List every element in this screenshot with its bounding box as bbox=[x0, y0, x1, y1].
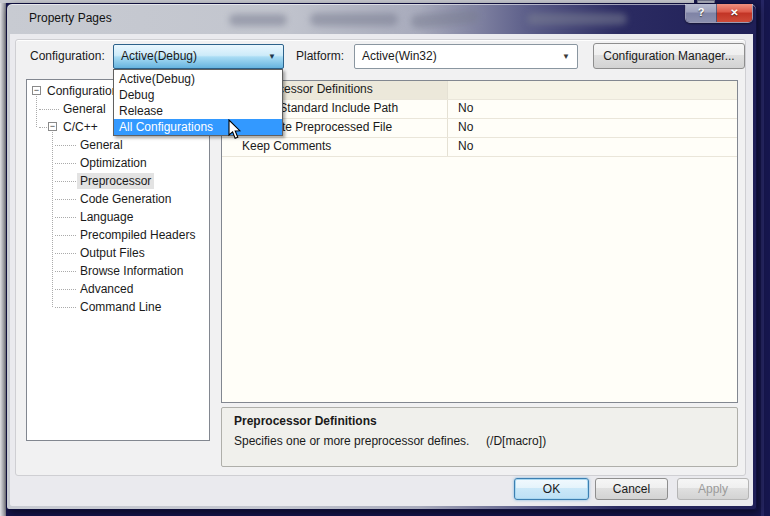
tree-connector-line bbox=[55, 181, 76, 182]
tree-connector-line bbox=[55, 163, 76, 164]
tree-connector-line bbox=[55, 235, 76, 236]
redacted-text-blur bbox=[310, 13, 398, 26]
tree-item-label: Browse Information bbox=[77, 263, 186, 279]
tree-connector-line bbox=[55, 289, 76, 290]
tree-item-label: Precompiled Headers bbox=[77, 227, 198, 243]
mouse-cursor bbox=[228, 119, 243, 144]
tree-connector-line bbox=[55, 217, 76, 218]
tree-connector-line bbox=[55, 271, 76, 272]
description-body: Specifies one or more preprocessor defin… bbox=[234, 434, 546, 448]
tree-item-label: Language bbox=[77, 209, 136, 225]
dropdown-item-active-debug[interactable]: Active(Debug) bbox=[114, 71, 282, 87]
tree-item-label: Output Files bbox=[77, 245, 148, 261]
close-button[interactable]: ✕ bbox=[717, 4, 752, 22]
dropdown-item-all-configurations[interactable]: All Configurations bbox=[114, 119, 282, 135]
tree-connector-line bbox=[39, 127, 47, 128]
tree-collapse-icon[interactable]: − bbox=[48, 122, 57, 131]
help-button[interactable]: ? bbox=[686, 4, 717, 22]
tree-connector-line bbox=[55, 199, 76, 200]
dropdown-item-debug[interactable]: Debug bbox=[114, 87, 282, 103]
tree-item-label: Preprocessor bbox=[77, 173, 154, 189]
property-row-keep-comments[interactable]: Keep Comments No bbox=[222, 138, 737, 157]
chevron-down-icon: ▼ bbox=[562, 45, 570, 68]
tree-item-preprocessor[interactable]: Preprocessor bbox=[29, 172, 207, 190]
tree-item-precompiled-headers[interactable]: Precompiled Headers bbox=[29, 226, 207, 244]
tree-item-language[interactable]: Language bbox=[29, 208, 207, 226]
property-value[interactable]: No bbox=[448, 119, 737, 137]
property-row-preprocessor-definitions[interactable]: Preprocessor Definitions bbox=[222, 81, 737, 100]
dropdown-item-release[interactable]: Release bbox=[114, 103, 282, 119]
property-row-ignore-standard-include-path[interactable]: Ignore Standard Include Path No bbox=[222, 100, 737, 119]
tree-collapse-icon[interactable]: − bbox=[32, 86, 41, 95]
tree-item-label: General bbox=[60, 101, 109, 117]
redacted-text-blur bbox=[229, 14, 287, 26]
apply-button-label: Apply bbox=[698, 482, 728, 496]
tree-connector-line bbox=[55, 307, 76, 308]
chevron-down-icon: ▼ bbox=[268, 45, 276, 68]
tree-item-label: Optimization bbox=[77, 155, 150, 171]
property-grid: Preprocessor Definitions Ignore Standard… bbox=[221, 80, 738, 403]
title-bar[interactable]: Property Pages ? ✕ bbox=[7, 4, 756, 34]
close-icon: ✕ bbox=[730, 7, 738, 18]
window-title: Property Pages bbox=[29, 4, 112, 33]
tree-item-browse-information[interactable]: Browse Information bbox=[29, 262, 207, 280]
help-icon: ? bbox=[698, 6, 705, 18]
platform-label: Platform: bbox=[296, 44, 344, 69]
tree-item-output-files[interactable]: Output Files bbox=[29, 244, 207, 262]
window-controls: ? ✕ bbox=[685, 4, 753, 23]
tree-item-label: Code Generation bbox=[77, 191, 174, 207]
tree-item-label: General bbox=[77, 137, 126, 153]
cancel-button-label: Cancel bbox=[613, 482, 650, 496]
tree-item-optimization[interactable]: Optimization bbox=[29, 154, 207, 172]
platform-combobox-value: Active(Win32) bbox=[362, 45, 437, 68]
property-name[interactable]: Keep Comments bbox=[222, 138, 448, 156]
tree-item-label: C/C++ bbox=[60, 119, 101, 135]
tree-item-label: Command Line bbox=[77, 299, 164, 315]
tree-connector-line bbox=[39, 109, 59, 110]
cancel-button[interactable]: Cancel bbox=[595, 478, 668, 500]
tree-connector-line bbox=[55, 253, 76, 254]
tree-item-code-generation[interactable]: Code Generation bbox=[29, 190, 207, 208]
description-panel: Preprocessor Definitions Specifies one o… bbox=[221, 407, 738, 467]
tree-item-label: Advanced bbox=[77, 281, 136, 297]
apply-button[interactable]: Apply bbox=[677, 478, 749, 500]
tree-item-general-cpp[interactable]: General bbox=[29, 136, 207, 154]
tree-connector-line bbox=[55, 145, 76, 146]
tree-item-advanced[interactable]: Advanced bbox=[29, 280, 207, 298]
configuration-combobox-value: Active(Debug) bbox=[121, 45, 197, 68]
ok-button-label: OK bbox=[543, 482, 560, 496]
configuration-label: Configuration: bbox=[30, 44, 105, 69]
screen: Property Pages ? ✕ Configuration: Active… bbox=[0, 0, 770, 516]
background-window-line bbox=[761, 0, 764, 516]
tree-item-command-line[interactable]: Command Line bbox=[29, 298, 207, 316]
platform-combobox[interactable]: Active(Win32) ▼ bbox=[354, 44, 578, 69]
property-row-generate-preprocessed-file[interactable]: Generate Preprocessed File No bbox=[222, 119, 737, 138]
ok-button[interactable]: OK bbox=[514, 478, 589, 500]
property-value[interactable]: No bbox=[448, 138, 737, 156]
property-pages-dialog: Property Pages ? ✕ Configuration: Active… bbox=[6, 3, 757, 510]
description-title: Preprocessor Definitions bbox=[234, 414, 377, 428]
property-value[interactable]: No bbox=[448, 100, 737, 118]
redacted-text-blur bbox=[527, 13, 627, 25]
configuration-manager-label: Configuration Manager... bbox=[603, 49, 734, 63]
configuration-manager-button[interactable]: Configuration Manager... bbox=[593, 43, 745, 69]
configuration-dropdown-list: Active(Debug) Debug Release All Configur… bbox=[113, 69, 283, 136]
property-value[interactable] bbox=[448, 81, 737, 99]
configuration-combobox[interactable]: Active(Debug) ▼ bbox=[113, 44, 284, 69]
redacted-text-blur bbox=[411, 9, 480, 29]
